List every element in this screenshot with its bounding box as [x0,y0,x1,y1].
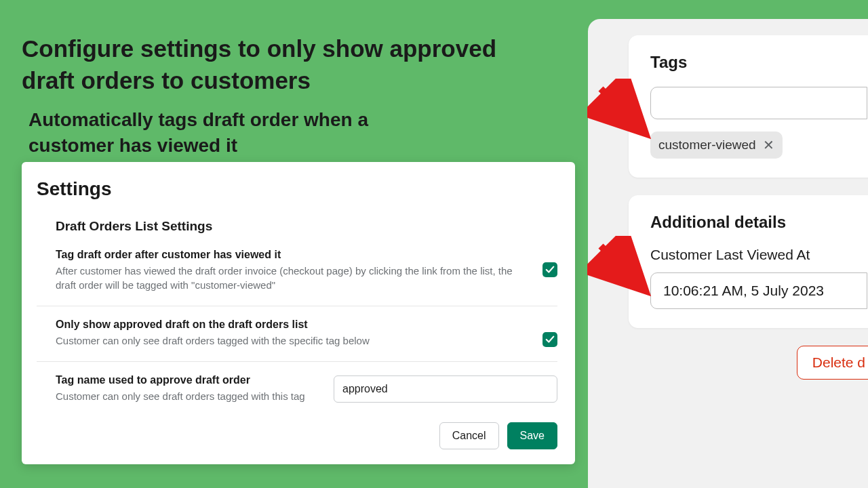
setting-desc: Customer can only see draft orders tagge… [56,333,529,348]
detail-label: Customer Last Viewed At [650,247,868,263]
tag-chip-label: customer-viewed [658,138,756,152]
setting-label: Tag draft order after customer has viewe… [56,249,529,261]
settings-panel: Settings Draft Orders List Settings Tag … [22,162,575,464]
hero-title: Configure settings to only show approved… [22,33,551,97]
tags-title: Tags [650,53,868,72]
tag-name-input[interactable] [334,375,557,403]
setting-desc: Customer can only see draft orders tagge… [56,389,320,403]
setting-tag-after-view: Tag draft order after customer has viewe… [37,249,557,306]
settings-title: Settings [37,178,557,200]
cancel-button[interactable]: Cancel [439,422,499,449]
tags-card: Tags customer-viewed ✕ [629,35,868,178]
details-title: Additional details [650,213,868,232]
delete-button[interactable]: Delete d [797,346,868,380]
detail-value: 10:06:21 AM, 5 July 2023 [650,272,867,309]
setting-label: Only show approved draft on the draft or… [56,319,529,331]
checkbox-tag-after-view[interactable] [542,262,557,277]
setting-desc: After customer has viewed the draft orde… [56,264,529,292]
setting-tag-name: Tag name used to approve draft order Cus… [37,374,557,415]
section-title: Draft Orders List Settings [56,219,557,234]
checkbox-only-approved[interactable] [542,332,557,347]
setting-label: Tag name used to approve draft order [56,374,320,386]
tags-input[interactable] [650,87,867,119]
check-icon [545,265,555,274]
details-card: Additional details Customer Last Viewed … [629,195,868,328]
save-button[interactable]: Save [507,422,557,449]
check-icon [545,335,555,344]
hero-subtitle: Automatically tags draft order when a cu… [28,107,449,159]
tag-chip: customer-viewed ✕ [650,131,783,159]
tag-remove-icon[interactable]: ✕ [763,137,774,153]
setting-only-approved: Only show approved draft on the draft or… [37,319,557,362]
right-sidebar: Tags customer-viewed ✕ Additional detail… [588,19,868,488]
